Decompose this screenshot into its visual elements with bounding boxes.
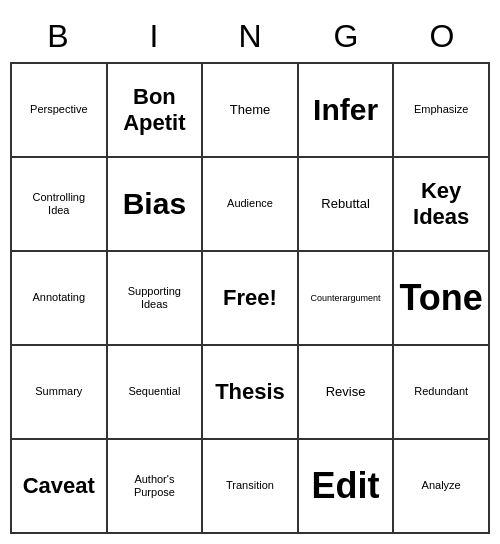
bingo-cell: Summary xyxy=(12,346,108,440)
cell-text: Perspective xyxy=(30,103,87,116)
bingo-row: AnnotatingSupporting IdeasFree!Counterar… xyxy=(12,252,490,346)
bingo-cell: Edit xyxy=(299,440,395,534)
header-letter: I xyxy=(106,10,202,62)
bingo-cell: Infer xyxy=(299,64,395,158)
cell-text: Caveat xyxy=(23,473,95,499)
bingo-cell: Annotating xyxy=(12,252,108,346)
bingo-row: SummarySequentialThesisReviseRedundant xyxy=(12,346,490,440)
bingo-cell: Theme xyxy=(203,64,299,158)
cell-text: Analyze xyxy=(422,479,461,492)
bingo-board: BINGO PerspectiveBon ApetitThemeInferEmp… xyxy=(10,10,490,534)
bingo-cell: Revise xyxy=(299,346,395,440)
bingo-cell: Sequential xyxy=(108,346,204,440)
header-letter: G xyxy=(298,10,394,62)
cell-text: Bon Apetit xyxy=(123,84,185,137)
cell-text: Rebuttal xyxy=(321,196,369,212)
bingo-cell: Rebuttal xyxy=(299,158,395,252)
bingo-cell: Supporting Ideas xyxy=(108,252,204,346)
bingo-cell: Emphasize xyxy=(394,64,490,158)
bingo-header: BINGO xyxy=(10,10,490,62)
cell-text: Audience xyxy=(227,197,273,210)
bingo-cell: Author's Purpose xyxy=(108,440,204,534)
cell-text: Supporting Ideas xyxy=(128,285,181,311)
bingo-row: CaveatAuthor's PurposeTransitionEditAnal… xyxy=(12,440,490,534)
bingo-cell: Redundant xyxy=(394,346,490,440)
cell-text: Summary xyxy=(35,385,82,398)
cell-text: Transition xyxy=(226,479,274,492)
cell-text: Edit xyxy=(312,464,380,507)
cell-text: Revise xyxy=(326,384,366,400)
cell-text: Tone xyxy=(400,276,483,319)
bingo-cell: Tone xyxy=(394,252,490,346)
cell-text: Emphasize xyxy=(414,103,468,116)
cell-text: Free! xyxy=(223,285,277,311)
header-letter: B xyxy=(10,10,106,62)
cell-text: Redundant xyxy=(414,385,468,398)
cell-text: Author's Purpose xyxy=(134,473,175,499)
cell-text: Counterargument xyxy=(311,293,381,304)
bingo-cell: Counterargument xyxy=(299,252,395,346)
bingo-cell: Free! xyxy=(203,252,299,346)
cell-text: Infer xyxy=(313,92,378,128)
bingo-cell: Controlling Idea xyxy=(12,158,108,252)
bingo-cell: Bon Apetit xyxy=(108,64,204,158)
bingo-row: PerspectiveBon ApetitThemeInferEmphasize xyxy=(12,64,490,158)
bingo-cell: Bias xyxy=(108,158,204,252)
bingo-cell: Perspective xyxy=(12,64,108,158)
header-letter: N xyxy=(202,10,298,62)
bingo-cell: Caveat xyxy=(12,440,108,534)
bingo-cell: Audience xyxy=(203,158,299,252)
bingo-grid: PerspectiveBon ApetitThemeInferEmphasize… xyxy=(10,62,490,534)
cell-text: Key Ideas xyxy=(413,178,469,231)
bingo-cell: Thesis xyxy=(203,346,299,440)
bingo-cell: Transition xyxy=(203,440,299,534)
bingo-cell: Analyze xyxy=(394,440,490,534)
cell-text: Annotating xyxy=(32,291,85,304)
cell-text: Theme xyxy=(230,102,270,118)
header-letter: O xyxy=(394,10,490,62)
cell-text: Thesis xyxy=(215,379,285,405)
cell-text: Bias xyxy=(123,186,186,222)
bingo-cell: Key Ideas xyxy=(394,158,490,252)
cell-text: Sequential xyxy=(128,385,180,398)
cell-text: Controlling Idea xyxy=(33,191,86,217)
bingo-row: Controlling IdeaBiasAudienceRebuttalKey … xyxy=(12,158,490,252)
